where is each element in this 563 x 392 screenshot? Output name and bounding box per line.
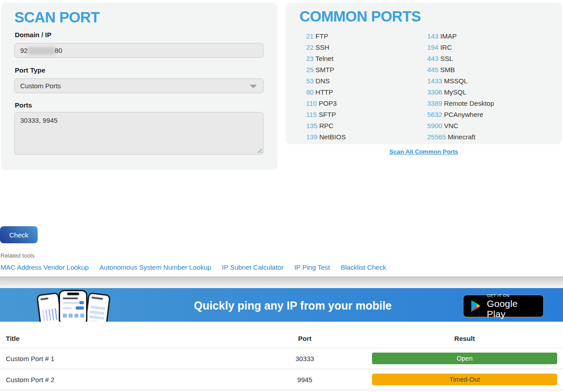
common-port-item[interactable]: 3306 MySQL (427, 86, 494, 98)
common-port-item[interactable]: 143 IMAP (427, 30, 494, 42)
common-port-item[interactable]: 21 FTP (306, 30, 346, 42)
related-tools-heading: Related tools (0, 252, 35, 259)
common-port-item[interactable]: 5900 VNC (427, 120, 494, 131)
common-ports-column-1: 21 FTP 22 SSH 23 Telnet 25 SMTP 53 DNS 8… (306, 30, 346, 142)
common-port-item[interactable]: 139 NetBIOS (306, 131, 346, 142)
google-play-tagline: GET IT ON (487, 293, 537, 298)
port-type-label: Port Type (15, 66, 45, 74)
banner-headline: Quickly ping any IP from your mobile (194, 299, 391, 312)
related-link-mac-address-vendor-lookup[interactable]: MAC Address Vendor Lookup (0, 263, 89, 271)
header-port: Port (238, 335, 372, 342)
ports-label: Ports (15, 101, 32, 109)
common-port-item[interactable]: 115 SFTP (306, 109, 346, 120)
common-ports-title: COMMON PORTS (299, 8, 421, 25)
result-row: Custom Port # 1 30333 Open (0, 348, 563, 369)
ports-value: 30333, 9945 (20, 116, 57, 124)
header-result: Result (372, 335, 557, 342)
scan-port-title: SCAN PORT (14, 9, 100, 26)
google-play-icon (469, 299, 482, 313)
result-row: Custom Port # 2 9945 Timed-Out (0, 369, 563, 390)
phone-mockups-image (38, 288, 111, 322)
common-port-item[interactable]: 5632 PCAnywhere (427, 109, 494, 120)
port-type-select[interactable]: Custom Ports (14, 78, 264, 93)
common-ports-panel: COMMON PORTS 21 FTP 22 SSH 23 Telnet 25 … (286, 3, 562, 144)
scan-results-table: Title Port Result Custom Port # 1 30333 … (0, 329, 563, 390)
related-tools-nav: MAC Address Vendor Lookup Autonomous Sys… (0, 263, 386, 271)
port-type-selected-value: Custom Ports (20, 82, 61, 90)
related-link-blacklist-check[interactable]: Blacklist Check (341, 263, 386, 271)
domain-ip-label: Domain / IP (15, 31, 52, 39)
common-port-item[interactable]: 443 SSL (427, 53, 494, 64)
scan-all-common-ports-link[interactable]: Scan All Common Ports (286, 148, 562, 155)
common-ports-column-2: 143 IMAP 194 IRC 443 SSL 445 SMB 1433 MS… (427, 30, 494, 142)
google-play-store-name: Google Play (487, 298, 537, 319)
related-link-ip-ping-test[interactable]: IP Ping Test (294, 263, 330, 271)
result-port: 9945 (238, 376, 372, 383)
common-port-item[interactable]: 1433 MSSQL (427, 75, 494, 86)
related-link-asn-lookup[interactable]: Autonomous System Number Lookup (100, 263, 211, 271)
mobile-app-banner: Quickly ping any IP from your mobile GET… (0, 288, 563, 322)
chevron-down-icon (250, 85, 257, 88)
domain-ip-input[interactable]: 92▒▒▒▒▒▒▒80 (14, 43, 264, 58)
check-button[interactable]: Check (0, 226, 38, 243)
result-title: Custom Port # 2 (6, 376, 238, 383)
result-port: 30333 (238, 355, 372, 362)
section-divider (0, 276, 563, 288)
phone-mockup-center (59, 290, 87, 322)
common-port-item[interactable]: 22 SSH (306, 42, 346, 53)
resize-handle-icon[interactable] (256, 147, 262, 153)
port-scanner-page: SCAN PORT Domain / IP 92▒▒▒▒▒▒▒80 Port T… (0, 0, 563, 392)
result-title: Custom Port # 1 (6, 355, 238, 362)
common-port-item[interactable]: 53 DNS (306, 75, 346, 86)
status-badge-timed-out: Timed-Out (372, 374, 557, 385)
domain-ip-value-suffix: 80 (55, 47, 62, 54)
common-port-item[interactable]: 25 SMTP (306, 64, 346, 75)
common-port-item[interactable]: 445 SMB (427, 64, 494, 75)
related-link-ip-subnet-calculator[interactable]: IP Subnet Calculator (222, 263, 283, 271)
domain-ip-value-redacted: ▒▒▒▒▒▒▒ (28, 47, 55, 54)
common-port-item[interactable]: 110 POP3 (306, 98, 346, 109)
common-port-item[interactable]: 80 HTTP (306, 86, 346, 98)
scan-port-panel: SCAN PORT Domain / IP 92▒▒▒▒▒▒▒80 Port T… (1, 3, 277, 170)
phone-notch (67, 293, 79, 295)
common-port-item[interactable]: 194 IRC (427, 42, 494, 53)
mini-bar-chart (42, 308, 58, 322)
google-play-badge[interactable]: GET IT ON Google Play (463, 295, 544, 317)
common-port-item[interactable]: 135 RPC (306, 120, 346, 131)
header-title: Title (6, 335, 238, 342)
common-port-item[interactable]: 3389 Remote Desktop (427, 98, 494, 109)
common-port-item[interactable]: 23 Telnet (306, 53, 346, 64)
common-port-item[interactable]: 25565 Minecraft (427, 131, 494, 142)
phone-mockup-right (85, 292, 111, 322)
ports-textarea[interactable]: 30333, 9945 (14, 112, 264, 155)
results-header-row: Title Port Result (0, 329, 563, 348)
domain-ip-value-prefix: 92 (20, 47, 28, 54)
status-badge-open: Open (372, 353, 557, 364)
